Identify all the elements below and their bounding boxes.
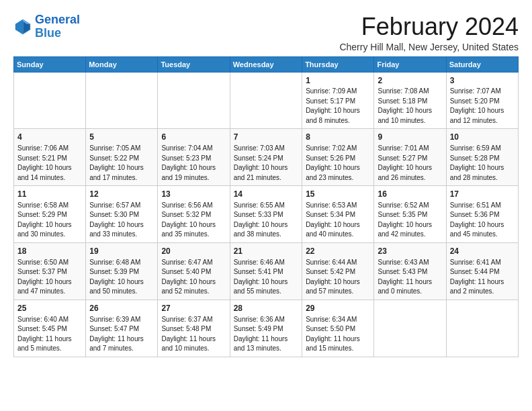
calendar-cell: 26Sunrise: 6:39 AMSunset: 5:47 PMDayligh… bbox=[86, 300, 158, 357]
day-number: 17 bbox=[450, 189, 515, 200]
calendar-cell: 10Sunrise: 6:59 AMSunset: 5:28 PMDayligh… bbox=[446, 129, 518, 186]
day-number: 1 bbox=[306, 75, 370, 87]
day-info: Sunrise: 6:53 AMSunset: 5:34 PMDaylight:… bbox=[306, 201, 370, 240]
day-info: Sunrise: 6:43 AMSunset: 5:43 PMDaylight:… bbox=[378, 258, 442, 297]
week-row-3: 11Sunrise: 6:58 AMSunset: 5:29 PMDayligh… bbox=[14, 186, 519, 243]
col-thursday: Thursday bbox=[302, 56, 374, 72]
day-info: Sunrise: 7:07 AMSunset: 5:20 PMDaylight:… bbox=[450, 87, 515, 126]
logo: General Blue bbox=[13, 13, 80, 40]
calendar-cell: 9Sunrise: 7:01 AMSunset: 5:27 PMDaylight… bbox=[374, 129, 446, 186]
day-info: Sunrise: 6:40 AMSunset: 5:45 PMDaylight:… bbox=[17, 315, 82, 354]
day-info: Sunrise: 6:34 AMSunset: 5:50 PMDaylight:… bbox=[306, 315, 370, 354]
col-tuesday: Tuesday bbox=[158, 56, 230, 72]
calendar-table: Sunday Monday Tuesday Wednesday Thursday… bbox=[13, 56, 519, 357]
month-title: February 2024 bbox=[80, 13, 519, 40]
day-info: Sunrise: 7:02 AMSunset: 5:26 PMDaylight:… bbox=[306, 144, 370, 183]
calendar-cell: 23Sunrise: 6:43 AMSunset: 5:43 PMDayligh… bbox=[374, 242, 446, 300]
col-monday: Monday bbox=[86, 56, 158, 72]
day-info: Sunrise: 7:06 AMSunset: 5:21 PMDaylight:… bbox=[17, 144, 82, 183]
calendar-cell: 22Sunrise: 6:44 AMSunset: 5:42 PMDayligh… bbox=[302, 242, 374, 300]
calendar-cell: 8Sunrise: 7:02 AMSunset: 5:26 PMDaylight… bbox=[302, 129, 374, 186]
day-number: 12 bbox=[89, 189, 154, 200]
day-number: 18 bbox=[17, 246, 82, 257]
calendar-cell: 6Sunrise: 7:04 AMSunset: 5:23 PMDaylight… bbox=[158, 129, 230, 186]
calendar-cell: 16Sunrise: 6:52 AMSunset: 5:35 PMDayligh… bbox=[374, 186, 446, 243]
day-info: Sunrise: 6:47 AMSunset: 5:40 PMDaylight:… bbox=[161, 258, 226, 297]
day-info: Sunrise: 6:59 AMSunset: 5:28 PMDaylight:… bbox=[450, 144, 515, 183]
day-info: Sunrise: 7:05 AMSunset: 5:22 PMDaylight:… bbox=[89, 144, 154, 183]
col-wednesday: Wednesday bbox=[230, 56, 302, 72]
day-info: Sunrise: 6:44 AMSunset: 5:42 PMDaylight:… bbox=[306, 258, 370, 297]
week-row-1: 1Sunrise: 7:09 AMSunset: 5:17 PMDaylight… bbox=[14, 72, 519, 129]
day-number: 26 bbox=[89, 303, 154, 314]
week-row-4: 18Sunrise: 6:50 AMSunset: 5:37 PMDayligh… bbox=[14, 242, 519, 300]
header-row: Sunday Monday Tuesday Wednesday Thursday… bbox=[14, 56, 519, 72]
day-number: 2 bbox=[378, 75, 442, 87]
day-number: 15 bbox=[306, 189, 370, 200]
header: General Blue February 2024 Cherry Hill M… bbox=[13, 13, 519, 52]
calendar-cell: 13Sunrise: 6:56 AMSunset: 5:32 PMDayligh… bbox=[158, 186, 230, 243]
logo-text: General Blue bbox=[35, 13, 80, 40]
day-info: Sunrise: 6:56 AMSunset: 5:32 PMDaylight:… bbox=[161, 201, 226, 240]
calendar-cell bbox=[158, 72, 230, 129]
day-number: 25 bbox=[17, 303, 82, 314]
calendar-cell: 27Sunrise: 6:37 AMSunset: 5:48 PMDayligh… bbox=[158, 300, 230, 357]
calendar-cell: 5Sunrise: 7:05 AMSunset: 5:22 PMDaylight… bbox=[86, 129, 158, 186]
calendar-cell: 24Sunrise: 6:41 AMSunset: 5:44 PMDayligh… bbox=[446, 242, 518, 300]
calendar-cell: 29Sunrise: 6:34 AMSunset: 5:50 PMDayligh… bbox=[302, 300, 374, 357]
day-info: Sunrise: 7:04 AMSunset: 5:23 PMDaylight:… bbox=[161, 144, 226, 183]
calendar-cell: 21Sunrise: 6:46 AMSunset: 5:41 PMDayligh… bbox=[230, 242, 302, 300]
day-number: 14 bbox=[234, 189, 298, 200]
day-info: Sunrise: 6:52 AMSunset: 5:35 PMDaylight:… bbox=[378, 201, 442, 240]
day-number: 28 bbox=[234, 303, 298, 314]
day-number: 21 bbox=[234, 246, 298, 257]
day-info: Sunrise: 6:50 AMSunset: 5:37 PMDaylight:… bbox=[17, 258, 82, 297]
day-number: 6 bbox=[161, 132, 226, 143]
calendar-cell bbox=[14, 72, 86, 129]
logo-icon bbox=[13, 17, 32, 36]
day-info: Sunrise: 7:08 AMSunset: 5:18 PMDaylight:… bbox=[378, 87, 442, 126]
calendar-cell bbox=[374, 300, 446, 357]
day-info: Sunrise: 6:37 AMSunset: 5:48 PMDaylight:… bbox=[161, 315, 226, 354]
day-number: 8 bbox=[306, 132, 370, 143]
day-info: Sunrise: 6:39 AMSunset: 5:47 PMDaylight:… bbox=[89, 315, 154, 354]
day-number: 20 bbox=[161, 246, 226, 257]
day-number: 19 bbox=[89, 246, 154, 257]
day-info: Sunrise: 6:51 AMSunset: 5:36 PMDaylight:… bbox=[450, 201, 515, 240]
day-number: 3 bbox=[450, 75, 515, 87]
week-row-2: 4Sunrise: 7:06 AMSunset: 5:21 PMDaylight… bbox=[14, 129, 519, 186]
day-number: 5 bbox=[89, 132, 154, 143]
week-row-5: 25Sunrise: 6:40 AMSunset: 5:45 PMDayligh… bbox=[14, 300, 519, 357]
day-number: 23 bbox=[378, 246, 442, 257]
col-saturday: Saturday bbox=[446, 56, 518, 72]
day-number: 9 bbox=[378, 132, 442, 143]
calendar-cell: 1Sunrise: 7:09 AMSunset: 5:17 PMDaylight… bbox=[302, 72, 374, 129]
day-number: 4 bbox=[17, 132, 82, 143]
title-section: February 2024 Cherry Hill Mall, New Jers… bbox=[80, 13, 519, 52]
logo-line2: Blue bbox=[35, 26, 61, 40]
calendar-cell: 28Sunrise: 6:36 AMSunset: 5:49 PMDayligh… bbox=[230, 300, 302, 357]
day-number: 13 bbox=[161, 189, 226, 200]
day-info: Sunrise: 6:48 AMSunset: 5:39 PMDaylight:… bbox=[89, 258, 154, 297]
day-info: Sunrise: 6:58 AMSunset: 5:29 PMDaylight:… bbox=[17, 201, 82, 240]
calendar-cell: 18Sunrise: 6:50 AMSunset: 5:37 PMDayligh… bbox=[14, 242, 86, 300]
day-info: Sunrise: 7:01 AMSunset: 5:27 PMDaylight:… bbox=[378, 144, 442, 183]
day-number: 16 bbox=[378, 189, 442, 200]
page-container: General Blue February 2024 Cherry Hill M… bbox=[13, 13, 519, 357]
day-number: 11 bbox=[17, 189, 82, 200]
day-info: Sunrise: 6:55 AMSunset: 5:33 PMDaylight:… bbox=[234, 201, 298, 240]
day-number: 7 bbox=[234, 132, 298, 143]
day-info: Sunrise: 6:36 AMSunset: 5:49 PMDaylight:… bbox=[234, 315, 298, 354]
day-info: Sunrise: 6:57 AMSunset: 5:30 PMDaylight:… bbox=[89, 201, 154, 240]
calendar-cell: 11Sunrise: 6:58 AMSunset: 5:29 PMDayligh… bbox=[14, 186, 86, 243]
day-number: 10 bbox=[450, 132, 515, 143]
calendar-cell: 20Sunrise: 6:47 AMSunset: 5:40 PMDayligh… bbox=[158, 242, 230, 300]
logo-line1: General bbox=[35, 13, 80, 26]
col-friday: Friday bbox=[374, 56, 446, 72]
day-number: 27 bbox=[161, 303, 226, 314]
calendar-cell: 7Sunrise: 7:03 AMSunset: 5:24 PMDaylight… bbox=[230, 129, 302, 186]
day-info: Sunrise: 7:09 AMSunset: 5:17 PMDaylight:… bbox=[306, 87, 370, 126]
calendar-cell: 15Sunrise: 6:53 AMSunset: 5:34 PMDayligh… bbox=[302, 186, 374, 243]
calendar-cell: 17Sunrise: 6:51 AMSunset: 5:36 PMDayligh… bbox=[446, 186, 518, 243]
day-info: Sunrise: 6:41 AMSunset: 5:44 PMDaylight:… bbox=[450, 258, 515, 297]
